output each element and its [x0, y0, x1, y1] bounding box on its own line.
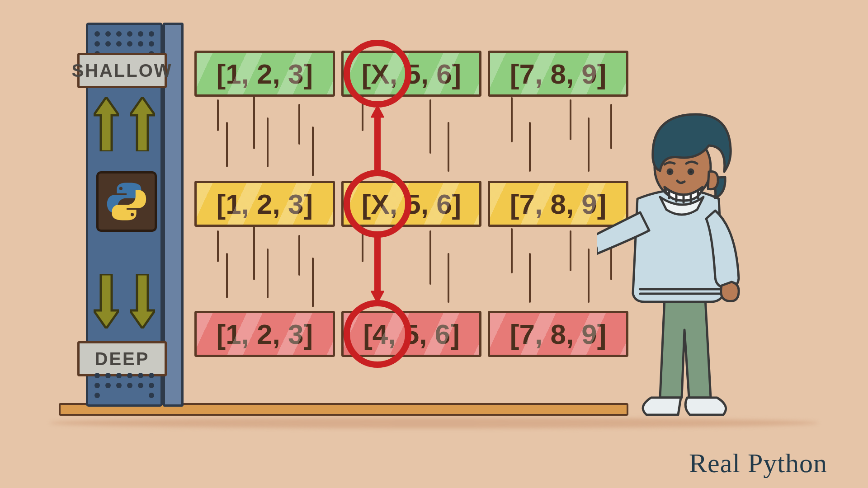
svg-marker-4 — [94, 97, 119, 151]
list-item: [1, 2, 3] — [194, 181, 335, 227]
mutation-arrow-up-icon — [371, 105, 384, 174]
down-arrows-icon — [88, 274, 160, 328]
list-item: [1, 2, 3] — [194, 311, 335, 357]
link-lines — [194, 95, 628, 185]
list-item: [1, 2, 3] — [194, 51, 335, 97]
list-item: [7, 8, 9] — [488, 51, 628, 97]
svg-marker-1 — [371, 105, 384, 117]
list-item: [X, 5, 6] — [341, 51, 482, 97]
python-logo-icon — [96, 171, 157, 232]
person-illustration-icon — [597, 104, 750, 429]
svg-point-9 — [668, 169, 672, 174]
diagram: [1, 2, 3] [X, 5, 6] [7, 8, 9] [1, 2, 3] … — [77, 27, 791, 411]
mutation-arrow-down-icon — [371, 235, 384, 304]
svg-marker-3 — [371, 291, 384, 304]
deep-copy-row: [1, 2, 3] [4, 5, 6] [7, 8, 9] — [194, 311, 628, 357]
deep-label: DEEP — [77, 341, 167, 376]
shallow-label: SHALLOW — [77, 53, 167, 88]
link-lines — [194, 226, 628, 316]
list-item: [X, 5, 6] — [341, 181, 482, 227]
list-item: [4, 5, 6] — [341, 311, 482, 357]
shallow-copy-row: [1, 2, 3] [X, 5, 6] [7, 8, 9] — [194, 51, 628, 97]
pillar: SHALLOW DEEP — [86, 23, 163, 407]
original-row: [1, 2, 3] [X, 5, 6] [7, 8, 9] — [194, 181, 628, 227]
svg-marker-7 — [130, 274, 155, 328]
svg-point-10 — [689, 169, 693, 174]
up-arrows-icon — [88, 97, 160, 151]
svg-marker-6 — [94, 274, 119, 328]
rivet-grid-icon — [94, 373, 154, 398]
brand-wordmark: Real Python — [689, 448, 827, 479]
svg-marker-5 — [130, 97, 155, 151]
